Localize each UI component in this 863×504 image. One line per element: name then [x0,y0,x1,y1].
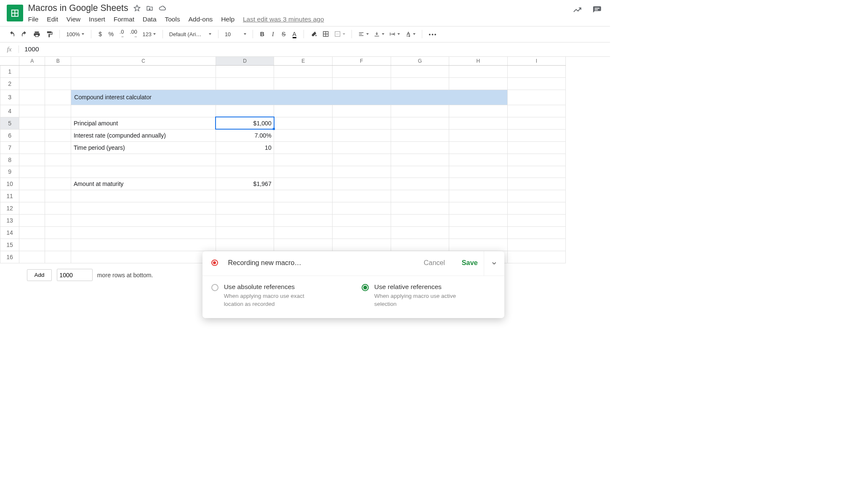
cell-I1[interactable] [507,66,566,78]
menu-bar: File Edit View Insert Format Data Tools … [28,16,573,23]
cell-C1[interactable] [71,66,216,78]
format-currency-button[interactable]: $ [96,29,104,39]
menu-data[interactable]: Data [143,16,157,23]
row-header-6[interactable]: 6 [0,129,19,141]
col-header-I[interactable]: I [507,57,566,66]
cell-D5[interactable]: $1,000 [216,117,274,129]
cell-A1[interactable] [19,66,45,78]
comments-icon[interactable] [592,5,602,15]
col-header-A[interactable]: A [19,57,45,66]
row-header-16[interactable]: 16 [0,251,19,263]
macro-option-absolute[interactable]: Use absolute references When applying ma… [211,283,345,308]
document-title[interactable]: Macros in Google Sheets [28,3,128,13]
text-wrap-dropdown[interactable] [389,29,401,39]
text-rotation-dropdown[interactable] [404,29,417,39]
text-color-button[interactable]: A [290,29,298,39]
font-size-dropdown[interactable]: 10 [224,29,248,39]
decrease-decimal-button[interactable]: .0← [118,29,125,39]
menu-help[interactable]: Help [221,16,234,23]
row-header-4[interactable]: 4 [0,105,19,117]
borders-button[interactable] [321,29,330,39]
number-format-dropdown[interactable]: 123 [141,29,157,39]
macro-option-relative[interactable]: Use relative references When applying ma… [362,283,495,308]
cell-D10[interactable]: $1,967 [216,178,274,190]
strikethrough-button[interactable]: S [280,29,288,39]
spreadsheet-grid[interactable]: A B C D E F G H I 1 2 3Compound interest… [0,57,610,264]
col-header-E[interactable]: E [274,57,333,66]
col-header-B[interactable]: B [45,57,71,66]
star-icon[interactable] [133,5,141,12]
radio-relative[interactable] [362,284,369,291]
macro-cancel-button[interactable]: Cancel [424,259,445,267]
row-header-13[interactable]: 13 [0,215,19,227]
cell-B1[interactable] [45,66,71,78]
menu-insert[interactable]: Insert [89,16,105,23]
col-header-F[interactable]: F [332,57,391,66]
macro-save-button[interactable]: Save [462,259,478,267]
format-percent-button[interactable]: % [107,29,115,39]
col-header-D[interactable]: D [216,57,274,66]
cell-C5[interactable]: Principal amount [71,117,216,129]
menu-tools[interactable]: Tools [165,16,180,23]
row-header-2[interactable]: 2 [0,78,19,90]
opt-relative-title: Use relative references [374,283,475,291]
menu-edit[interactable]: Edit [47,16,58,23]
row-header-1[interactable]: 1 [0,66,19,78]
macro-recorder-panel: Recording new macro… Cancel Save Use abs… [202,251,505,318]
merge-cells-dropdown[interactable] [333,29,346,39]
zoom-dropdown[interactable]: 100% [65,29,85,39]
recording-icon [211,260,218,266]
row-header-5[interactable]: 5 [0,117,19,129]
row-header-3[interactable]: 3 [0,90,19,105]
last-edit-link[interactable]: Last edit was 3 minutes ago [243,16,324,23]
cloud-status-icon[interactable] [159,5,166,12]
cell-C7[interactable]: Time period (years) [71,141,216,154]
cell-F1[interactable] [332,66,391,78]
add-rows-button[interactable]: Add [27,269,52,281]
move-icon[interactable] [146,5,153,12]
toolbar-more-button[interactable]: ••• [428,29,438,39]
row-header-15[interactable]: 15 [0,239,19,251]
explore-icon[interactable] [573,5,582,15]
row-header-7[interactable]: 7 [0,141,19,154]
increase-decimal-button[interactable]: .00→ [128,29,138,39]
cell-H1[interactable] [449,66,508,78]
row-header-12[interactable]: 12 [0,202,19,215]
select-all-corner[interactable] [0,57,19,66]
col-header-C[interactable]: C [71,57,216,66]
cell-D6[interactable]: 7.00% [216,129,274,141]
row-header-14[interactable]: 14 [0,227,19,239]
horizontal-align-dropdown[interactable] [357,29,370,39]
menu-format[interactable]: Format [114,16,134,23]
row-header-9[interactable]: 9 [0,166,19,178]
row-header-8[interactable]: 8 [0,154,19,166]
cell-D1[interactable] [216,66,274,78]
col-header-H[interactable]: H [449,57,508,66]
menu-addons[interactable]: Add-ons [188,16,213,23]
italic-button[interactable]: I [269,29,277,39]
cell-D7[interactable]: 10 [216,141,274,154]
font-dropdown[interactable]: Default (Ari… [168,29,213,39]
fill-color-button[interactable] [309,29,318,39]
cell-C6[interactable]: Interest rate (compunded annually) [71,129,216,141]
paint-format-button[interactable] [45,29,54,39]
cell-C3-merged[interactable]: Compound interest calculator [71,90,507,105]
menu-file[interactable]: File [28,16,38,23]
menu-view[interactable]: View [67,16,80,23]
print-button[interactable] [32,29,42,39]
undo-button[interactable] [7,29,17,39]
formula-input[interactable]: 1000 [19,45,610,53]
redo-button[interactable] [20,29,29,39]
svg-rect-10 [335,32,340,37]
cell-G1[interactable] [391,66,449,78]
vertical-align-dropdown[interactable] [373,29,386,39]
col-header-G[interactable]: G [391,57,449,66]
macro-collapse-button[interactable] [484,251,504,276]
cell-C10[interactable]: Amount at maturity [71,178,216,190]
add-rows-count-input[interactable] [57,269,93,281]
row-header-11[interactable]: 11 [0,190,19,202]
radio-absolute[interactable] [211,284,218,291]
cell-E1[interactable] [274,66,333,78]
row-header-10[interactable]: 10 [0,178,19,190]
bold-button[interactable]: B [258,29,266,39]
